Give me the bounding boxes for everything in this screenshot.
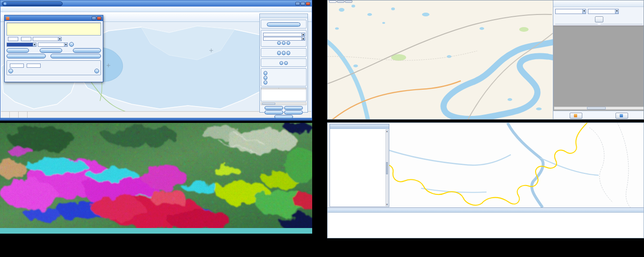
forest-zone-map-button[interactable] [264, 71, 267, 75]
chevron-down-icon[interactable]: ▼ [64, 43, 67, 46]
map-tabbar [329, 0, 352, 3]
fire-menubar [0, 7, 312, 12]
waterlogging-app-window: ▲▼ [327, 122, 644, 238]
chevron-down-icon[interactable]: ▼ [615, 9, 618, 14]
date-from-picker[interactable]: ▼ [555, 9, 586, 14]
dialog-icon [6, 17, 9, 20]
output-panel-title [328, 208, 644, 213]
dialog-minimize-button[interactable] [92, 16, 96, 20]
chevron-down-icon[interactable]: ▼ [33, 43, 36, 46]
start-button[interactable] [265, 106, 283, 110]
flood-map-canvas[interactable] [328, 0, 553, 120]
buffer-params-button[interactable] [69, 42, 74, 47]
remote-sensing-window [0, 123, 312, 234]
warning-analysis-group: ▼ ▼ [261, 30, 307, 47]
rs-statusbar [0, 228, 312, 234]
forecast-factor-input[interactable] [27, 64, 41, 68]
impact-input[interactable] [21, 37, 31, 41]
results-horizontal-scrollbar[interactable] [554, 107, 644, 110]
fire-warning-panel: ▼ ▼ [259, 14, 308, 113]
help-button[interactable] [274, 115, 293, 119]
file-view-button[interactable] [570, 113, 582, 119]
detail-icon [620, 114, 623, 117]
base-map-button[interactable] [264, 80, 267, 85]
remote-sensing-image[interactable] [0, 123, 312, 228]
panel-horizontal-scrollbar[interactable] [261, 102, 307, 105]
show-button[interactable] [277, 51, 281, 55]
add-button[interactable] [7, 48, 29, 53]
grid-plot-button[interactable] [284, 61, 288, 65]
flood-warning-panel: ▼ ▼ [553, 0, 644, 120]
detail-view-button[interactable] [615, 113, 628, 119]
chevron-down-icon[interactable]: ▼ [301, 33, 305, 36]
delete2-button[interactable] [284, 106, 303, 110]
live-fire-group [261, 48, 307, 57]
live-factor-input[interactable] [10, 64, 24, 68]
zone-delete-button[interactable] [264, 76, 267, 80]
make-map-button[interactable] [282, 41, 286, 45]
date-to-picker[interactable]: ▼ [588, 9, 619, 14]
output-panel [328, 207, 644, 238]
change-button[interactable] [265, 110, 283, 114]
app-globe-icon [4, 2, 7, 5]
factor-map-button[interactable] [286, 41, 290, 45]
caption-waterlogging [327, 239, 644, 257]
layer-panel: ▲▼ [329, 124, 389, 207]
impact-layer-select[interactable]: ▼ [7, 43, 36, 47]
results-divider [555, 24, 643, 24]
layer-select[interactable]: ▼ [33, 37, 62, 41]
fire-titlebar [0, 0, 312, 7]
service-params-button[interactable] [94, 69, 99, 73]
status-x-coordinate [19, 112, 28, 118]
panel-toolbar [553, 0, 644, 7]
date-filter-row: ▼ ▼ [553, 7, 644, 15]
layer-scrollbar[interactable]: ▲▼ [386, 129, 388, 206]
warning-time-select[interactable]: ▼ [263, 37, 305, 41]
close-button[interactable] [306, 2, 310, 6]
warning-date-select[interactable]: ▼ [263, 33, 305, 36]
caption-forest-fire [0, 239, 312, 257]
flood-map-app-window: ▼ ▼ [327, 0, 644, 120]
tab-daily-rain[interactable] [337, 0, 344, 3]
modify-impact-button[interactable] [73, 48, 101, 53]
overlay-params-button[interactable] [50, 54, 101, 58]
weight-settings-group [7, 60, 101, 75]
warning-zone-group [261, 68, 307, 86]
export-button[interactable] [284, 110, 303, 114]
status-ready [1, 112, 10, 118]
tab-soil-moisture[interactable] [345, 0, 352, 3]
warning-zone-list[interactable] [261, 87, 307, 101]
results-empty-area [553, 26, 644, 111]
dialog-titlebar[interactable] [5, 15, 103, 21]
station-plot-button[interactable] [279, 61, 283, 65]
delete-button[interactable] [40, 48, 62, 53]
dialog-close-button[interactable] [97, 16, 101, 20]
weather-info-group [261, 58, 307, 67]
make-map2-button[interactable] [282, 51, 286, 55]
factor-table[interactable] [7, 22, 101, 36]
make-warning-map-button[interactable] [8, 69, 13, 73]
service-layer-button[interactable] [267, 22, 301, 27]
query-button[interactable] [595, 16, 603, 22]
analyze-button[interactable] [277, 41, 281, 45]
chevron-down-icon[interactable]: ▼ [58, 37, 61, 41]
tab-map-window[interactable] [329, 0, 336, 3]
status-y-coordinate [28, 112, 36, 118]
panel-footer [553, 111, 644, 120]
factor-index-input[interactable] [8, 37, 18, 41]
file-icon [574, 114, 577, 117]
chevron-down-icon[interactable]: ▼ [301, 37, 305, 40]
compute-grid-button[interactable] [7, 54, 46, 58]
factor-map2-button[interactable] [286, 51, 290, 55]
layer-settings-group [261, 20, 307, 29]
chevron-down-icon[interactable]: ▼ [582, 9, 586, 14]
fire-window-title [2, 1, 63, 6]
status-system-link[interactable] [10, 112, 19, 118]
maximize-button[interactable] [301, 2, 305, 6]
forest-fire-app-window: ▼ ▼ ▼ [0, 0, 312, 121]
minimize-button[interactable] [295, 2, 300, 6]
fire-factor-dialog: ▼ ▼ ▼ [4, 15, 103, 82]
field-select[interactable]: ▼ [38, 43, 68, 47]
